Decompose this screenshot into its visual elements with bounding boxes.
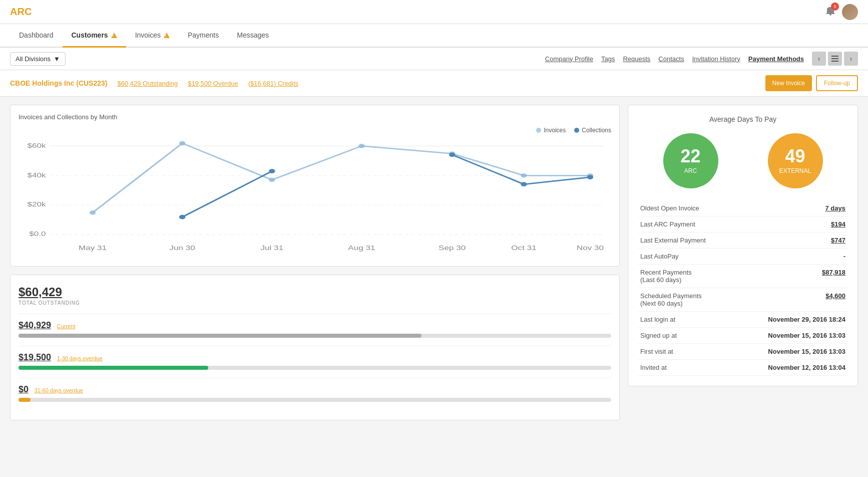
total-outstanding: $60,429 TOTAL OUTSTANDING	[19, 285, 611, 306]
customer-outstanding[interactable]: $60,429 Outstanding	[117, 80, 178, 87]
info-row-oldest-invoice: Oldest Open Invoice 7 days	[638, 200, 847, 216]
svg-text:Sep 30: Sep 30	[439, 245, 466, 251]
chart-title: Invoices and Collections by Month	[19, 113, 611, 121]
info-value-oldest-invoice[interactable]: 7 days	[734, 200, 847, 216]
main-content: Invoices and Collections by Month Invoic…	[0, 97, 868, 428]
svg-rect-0	[831, 56, 838, 57]
info-row-last-autopay: Last AutoPay -	[638, 249, 847, 265]
progress-bar-31-60-bg	[19, 398, 611, 402]
svg-point-20	[90, 210, 96, 215]
circles-row: 22 ARC 49 EXTERNAL	[638, 133, 847, 188]
avatar[interactable]	[842, 4, 858, 20]
customer-overdue[interactable]: $19,500 Overdue	[188, 80, 238, 87]
info-row-last-external-payment: Last External Payment $747	[638, 232, 847, 249]
svg-point-25	[521, 173, 527, 178]
prev-arrow[interactable]: ‹	[812, 52, 826, 66]
sub-nav-right: Company Profile Tags Requests Contacts I…	[545, 52, 858, 66]
info-row-last-login: Last login at November 29, 2016 18:24	[638, 312, 847, 328]
info-value-recent-payments[interactable]: $87,918	[734, 265, 847, 288]
svg-text:May 31: May 31	[79, 245, 107, 251]
nav-item-messages[interactable]: Messages	[228, 24, 278, 48]
customer-actions: New Invoice Follow-up	[765, 75, 858, 91]
stat-amount-current[interactable]: $40,929	[19, 320, 51, 330]
svg-point-28	[269, 169, 275, 173]
arc-circle: 22 ARC	[663, 133, 718, 188]
stat-row-current: $40,929 Current	[19, 314, 611, 338]
info-row-signed-up: Signed up at November 15, 2016 13:03	[638, 328, 847, 344]
info-value-invited-at: November 12, 2016 13:04	[734, 360, 847, 376]
customer-header: CBOE Holdings Inc (CUS223) $60,429 Outst…	[0, 70, 868, 97]
link-tags[interactable]: Tags	[601, 55, 615, 63]
nav-item-invoices[interactable]: Invoices	[126, 24, 179, 48]
division-select[interactable]: All Divisions ▼	[10, 52, 66, 66]
link-invitation-history[interactable]: Invitation History	[692, 55, 740, 63]
info-label-last-autopay: Last AutoPay	[638, 249, 734, 265]
legend-invoices-label: Invoices	[544, 127, 566, 134]
svg-rect-1	[831, 58, 838, 59]
svg-point-3	[536, 128, 541, 133]
new-invoice-button[interactable]: New Invoice	[765, 75, 812, 91]
next-arrow[interactable]: ›	[844, 52, 858, 66]
link-contacts[interactable]: Contacts	[658, 55, 684, 63]
nav-item-dashboard[interactable]: Dashboard	[10, 24, 63, 48]
progress-bar-31-60-fill	[19, 398, 31, 402]
avg-days-title: Average Days To Pay	[638, 115, 847, 123]
stat-label-31-60[interactable]: 31-60 days overdue	[35, 387, 83, 393]
info-row-first-visit: First visit at November 15, 2016 13:03	[638, 344, 847, 360]
info-label-first-visit: First visit at	[638, 344, 734, 360]
nav-arrows: ‹ ›	[812, 52, 858, 66]
svg-point-23	[358, 144, 364, 148]
link-requests[interactable]: Requests	[623, 55, 650, 63]
external-days-number: 49	[785, 147, 805, 165]
right-panel: Average Days To Pay 22 ARC 49 EXTERNAL O…	[628, 105, 858, 420]
customer-credits[interactable]: ($16,681) Credits	[248, 80, 298, 87]
info-label-last-arc-payment: Last ARC Payment	[638, 216, 734, 232]
external-label: EXTERNAL	[779, 167, 811, 174]
legend-invoices: Invoices	[536, 127, 566, 134]
svg-text:$40k: $40k	[27, 172, 46, 178]
customer-info: CBOE Holdings Inc (CUS223) $60,429 Outst…	[10, 79, 298, 87]
customers-alert-icon	[111, 33, 117, 38]
svg-text:Aug 31: Aug 31	[348, 245, 375, 251]
svg-point-4	[574, 128, 579, 133]
svg-text:$20k: $20k	[27, 201, 46, 208]
chart-svg-area: $60k $40k $20k $0.0 May 31 Jun 30 Jul 31	[19, 138, 611, 258]
top-icons: 5	[825, 4, 858, 20]
stat-label-current[interactable]: Current	[57, 323, 76, 329]
legend-collections-label: Collections	[582, 127, 611, 134]
notifications-icon[interactable]: 5	[825, 6, 836, 18]
info-label-oldest-invoice: Oldest Open Invoice	[638, 200, 734, 216]
info-value-last-external-payment[interactable]: $747	[734, 232, 847, 249]
link-company-profile[interactable]: Company Profile	[545, 55, 593, 63]
info-row-last-arc-payment: Last ARC Payment $194	[638, 216, 847, 232]
chevron-down-icon: ▼	[54, 55, 60, 63]
stat-row-1-30: $19,500 1-30 days overdue	[19, 346, 611, 370]
invoices-alert-icon	[164, 33, 170, 38]
info-label-last-login: Last login at	[638, 312, 734, 328]
arc-days-number: 22	[680, 147, 700, 165]
list-view-btn[interactable]	[828, 52, 842, 66]
notification-badge: 5	[831, 3, 839, 11]
link-payment-methods[interactable]: Payment Methods	[748, 55, 804, 63]
svg-text:$60k: $60k	[27, 142, 46, 149]
info-label-scheduled-payments: Scheduled Payments(Next 60 days)	[638, 288, 734, 312]
svg-point-29	[449, 152, 455, 157]
stat-amount-1-30[interactable]: $19,500	[19, 352, 51, 362]
info-value-last-arc-payment[interactable]: $194	[734, 216, 847, 232]
total-amount[interactable]: $60,429	[19, 285, 611, 299]
stat-label-1-30[interactable]: 1-30 days overdue	[57, 355, 103, 361]
follow-up-button[interactable]: Follow-up	[816, 75, 858, 91]
info-label-last-external-payment: Last External Payment	[638, 232, 734, 249]
nav-item-payments[interactable]: Payments	[179, 24, 228, 48]
info-row-recent-payments: Recent Payments(Last 60 days) $87,918	[638, 265, 847, 288]
info-value-last-login: November 29, 2016 18:24	[734, 312, 847, 328]
stats-card: $60,429 TOTAL OUTSTANDING $40,929 Curren…	[10, 275, 620, 420]
stat-amount-31-60[interactable]: $0	[19, 384, 29, 394]
stat-row-31-60: $0 31-60 days overdue	[19, 378, 611, 402]
customer-name[interactable]: CBOE Holdings Inc (CUS223)	[10, 79, 107, 87]
nav-item-customers[interactable]: Customers	[63, 24, 126, 48]
svg-text:$0.0: $0.0	[29, 231, 46, 237]
info-value-scheduled-payments[interactable]: $4,600	[734, 288, 847, 312]
info-label-invited-at: Invited at	[638, 360, 734, 376]
svg-point-22	[269, 178, 275, 182]
